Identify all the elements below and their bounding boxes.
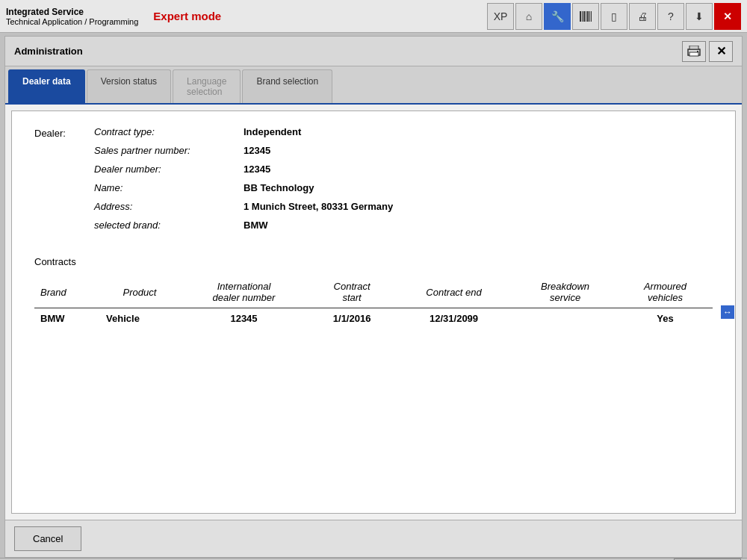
app-subtitle: Technical Application / Programming	[6, 17, 138, 26]
address-value: 1 Munich Street, 80331 Germany	[244, 201, 393, 212]
svg-rect-5	[589, 11, 590, 22]
name-row: Name: BB Technology	[94, 182, 713, 193]
wrench-button[interactable]: 🔧	[544, 3, 571, 30]
contract-type-value: Independent	[244, 126, 301, 137]
sales-partner-row: Sales partner number: 12345	[94, 145, 713, 156]
help-button[interactable]: ?	[657, 3, 684, 30]
home-button[interactable]: ⌂	[515, 3, 542, 30]
window-close-button[interactable]: ✕	[709, 41, 733, 62]
dealer-outer-label: Dealer:	[34, 126, 94, 139]
svg-rect-8	[689, 46, 698, 49]
window-header: Administration ✕	[5, 37, 742, 66]
dealer-number-row: Dealer number: 12345	[94, 164, 713, 175]
cell-contract-start: 1/1/2016	[309, 308, 395, 329]
printer-icon	[687, 46, 701, 57]
name-value: BB Technology	[244, 182, 314, 193]
svg-rect-4	[587, 11, 589, 22]
cancel-button[interactable]: Cancel	[14, 526, 81, 551]
contract-type-row: Contract type: Independent	[94, 126, 713, 137]
app-title: Integrated Service	[6, 7, 138, 17]
svg-rect-6	[591, 11, 592, 22]
app-close-button[interactable]: ✕	[714, 3, 741, 30]
svg-rect-10	[697, 51, 698, 52]
cell-product: Vehicle	[100, 308, 179, 329]
barcode-icon	[580, 11, 592, 22]
download-button[interactable]: ⬇	[686, 3, 713, 30]
tab-version-status[interactable]: Version status	[87, 69, 171, 103]
barcode-button[interactable]	[572, 3, 599, 30]
toolbar-icons: XP ⌂ 🔧 ▯ 🖨 ? ⬇ ✕	[487, 3, 741, 30]
content-area: Dealer: Contract type: Independent Sales…	[11, 111, 736, 514]
col-int-dealer-number: Internationaldealer number	[179, 276, 309, 308]
cell-armoured-vehicles: Yes	[618, 308, 713, 329]
svg-rect-2	[583, 11, 585, 22]
tab-brand-selection[interactable]: Brand selection	[242, 69, 332, 103]
selected-brand-label: selected brand:	[94, 220, 244, 231]
cell-contract-end: 12/31/2099	[395, 308, 512, 329]
sales-partner-label: Sales partner number:	[94, 145, 244, 156]
address-label: Address:	[94, 201, 244, 212]
svg-rect-3	[586, 11, 586, 22]
print-window-button[interactable]	[682, 41, 706, 62]
dealer-number-label: Dealer number:	[94, 164, 244, 175]
title-bar: Integrated Service Technical Application…	[0, 0, 747, 33]
col-brand: Brand	[34, 276, 100, 308]
svg-rect-1	[582, 11, 583, 22]
address-row: Address: 1 Munich Street, 80331 Germany	[94, 201, 713, 212]
tab-dealer-data[interactable]: Dealer data	[8, 69, 85, 103]
contracts-label: Contracts	[34, 256, 713, 267]
print-button[interactable]: 🖨	[629, 3, 656, 30]
selected-brand-value: BMW	[244, 220, 268, 231]
dealer-details: Contract type: Independent Sales partner…	[94, 126, 713, 238]
tab-language-selection[interactable]: Languageselection	[173, 69, 241, 103]
bottom-bar: Cancel	[5, 520, 742, 557]
scroll-arrow-icon[interactable]: ↔	[721, 305, 734, 319]
scroll-indicator[interactable]: ↔	[721, 305, 734, 319]
app-title-group: Integrated Service Technical Application…	[6, 7, 138, 26]
cell-int-dealer-number: 12345	[179, 308, 309, 329]
contracts-table: Brand Product Internationaldealer number…	[34, 276, 713, 329]
contract-type-label: Contract type:	[94, 126, 244, 137]
xp-button[interactable]: XP	[487, 3, 514, 30]
dealer-section-header: Dealer: Contract type: Independent Sales…	[34, 126, 713, 238]
selected-brand-row: selected brand: BMW	[94, 220, 713, 231]
card-button[interactable]: ▯	[601, 3, 627, 30]
sales-partner-value: 12345	[244, 145, 270, 156]
contracts-section: Contracts Brand Product Internationaldea…	[34, 256, 713, 329]
cell-breakdown-service	[512, 308, 618, 329]
dealer-info-section: Dealer: Contract type: Independent Sales…	[34, 126, 713, 238]
table-row: BMW Vehicle 12345 1/1/2016 12/31/2099 Ye…	[34, 308, 713, 329]
col-product: Product	[100, 276, 179, 308]
name-label: Name:	[94, 182, 244, 193]
dealer-number-value: 12345	[244, 164, 270, 175]
col-armoured-vehicles: Armouredvehicles	[618, 276, 713, 308]
table-header-row: Brand Product Internationaldealer number…	[34, 276, 713, 308]
svg-rect-0	[580, 11, 581, 22]
window-controls: ✕	[682, 41, 733, 62]
window-title: Administration	[14, 46, 83, 57]
cell-brand: BMW	[34, 308, 100, 329]
col-contract-end: Contract end	[395, 276, 512, 308]
svg-rect-9	[689, 52, 698, 56]
col-contract-start: Contractstart	[309, 276, 395, 308]
tab-bar: Dealer data Version status Languageselec…	[5, 66, 742, 105]
col-breakdown-service: Breakdownservice	[512, 276, 618, 308]
expert-mode-label: Expert mode	[153, 10, 221, 22]
